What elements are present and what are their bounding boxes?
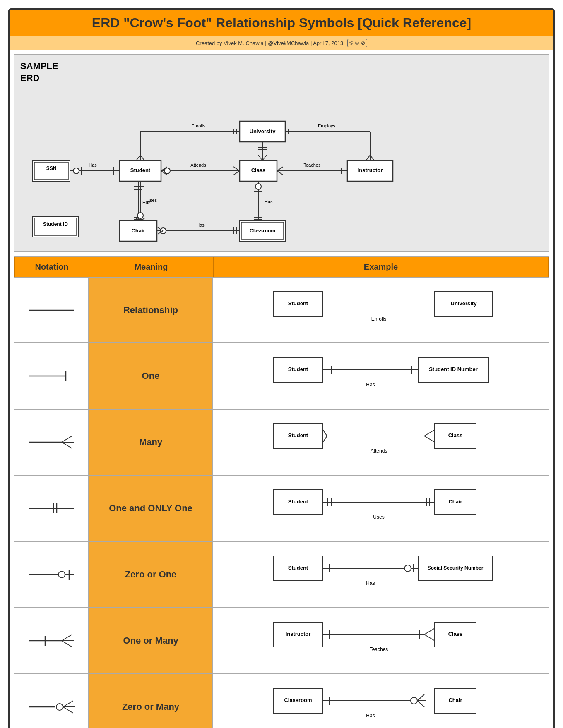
svg-text:Classroom: Classroom: [284, 697, 312, 703]
notation-symbol-one-only: [14, 476, 89, 541]
credit-text: Created by Vivek M. Chawla | @VivekMChaw…: [196, 40, 343, 46]
header-example: Example: [213, 257, 549, 277]
symbol-svg-one-only: [24, 496, 78, 521]
symbol-svg-many: [24, 430, 78, 455]
sample-erd-label: SAMPLEERD: [20, 60, 543, 84]
svg-text:Attends: Attends: [190, 163, 206, 168]
sample-erd-section: SAMPLEERD SSN Student ID Student Chair: [14, 54, 549, 252]
svg-point-155: [56, 704, 63, 710]
svg-point-165: [411, 697, 417, 704]
row-many: Many Student Class Attends: [14, 410, 549, 476]
example-svg-one-or-many: Instructor Class Teaches: [261, 614, 501, 668]
svg-text:Instructor: Instructor: [286, 631, 311, 637]
svg-point-60: [255, 184, 261, 189]
svg-text:Has: Has: [366, 580, 375, 586]
svg-text:Student ID Number: Student ID Number: [429, 366, 478, 372]
svg-line-109: [424, 430, 435, 436]
meaning-many: Many: [89, 410, 213, 475]
credit-bar: Created by Vivek M. Chawla | @VivekMChaw…: [10, 36, 553, 50]
notation-table: Notation Meaning Example Relationship St…: [14, 256, 549, 728]
svg-line-141: [62, 635, 72, 641]
example-zero-or-many: Classroom Chair Has: [213, 674, 549, 728]
cc-icons: © ① ⊘: [347, 39, 367, 47]
svg-text:Classroom: Classroom: [250, 228, 275, 234]
example-svg-zero-or-one: Student Social Security Number Has: [261, 548, 501, 601]
svg-line-51: [370, 155, 374, 160]
svg-text:Has: Has: [196, 223, 205, 228]
svg-text:Chair: Chair: [448, 697, 462, 703]
svg-text:Student ID: Student ID: [43, 221, 68, 227]
svg-text:University: University: [250, 128, 276, 134]
svg-text:SSN: SSN: [46, 165, 57, 171]
erd-svg: SSN Student ID Student Chair University …: [20, 88, 543, 245]
symbol-svg-one-or-many: [24, 628, 78, 653]
svg-point-136: [404, 565, 411, 572]
example-svg-zero-or-many: Classroom Chair Has: [261, 680, 501, 728]
symbol-svg-relationship: [24, 298, 78, 323]
svg-line-82: [262, 155, 267, 160]
example-one-or-many: Instructor Class Teaches: [213, 608, 549, 673]
svg-point-68: [137, 213, 143, 218]
svg-text:Student: Student: [288, 498, 308, 505]
svg-text:Chair: Chair: [131, 228, 145, 234]
notation-symbol-one: [14, 343, 89, 409]
meaning-one-only: One and ONLY One: [89, 476, 213, 541]
svg-text:Enrolls: Enrolls: [191, 123, 205, 128]
svg-line-33: [233, 167, 240, 171]
svg-text:Instructor: Instructor: [358, 167, 383, 173]
example-one-only: Student Chair Uses: [213, 476, 549, 541]
svg-text:Has: Has: [265, 199, 273, 204]
example-svg-one: Student Student ID Number Has: [261, 349, 501, 403]
row-relationship: Relationship Student University Enrolls: [14, 277, 549, 343]
svg-line-44: [140, 155, 144, 160]
svg-line-157: [63, 707, 73, 713]
erd-canvas: SSN Student ID Student Chair University …: [20, 88, 543, 245]
notation-symbol-one-or-many: [14, 608, 89, 673]
svg-text:University: University: [451, 300, 477, 307]
example-svg-many: Student Class Attends: [261, 415, 501, 469]
notation-symbol-zero-or-one: [14, 542, 89, 607]
svg-text:Student: Student: [288, 366, 308, 372]
example-svg-relationship: Student University Enrolls: [261, 283, 501, 337]
row-zero-or-many: Zero or Many Classroom Chair Has: [14, 674, 549, 728]
svg-line-43: [136, 155, 140, 160]
example-svg-one-only: Student Chair Uses: [261, 481, 501, 535]
svg-text:Social Security Number: Social Security Number: [428, 565, 484, 571]
svg-text:Has: Has: [366, 382, 375, 388]
svg-text:Class: Class: [448, 631, 463, 637]
svg-line-166: [417, 694, 424, 701]
svg-line-111: [323, 430, 327, 436]
svg-text:Student: Student: [288, 565, 308, 571]
svg-line-156: [63, 701, 73, 707]
example-many: Student Class Attends: [213, 410, 549, 475]
notation-symbol-relationship: [14, 278, 89, 342]
symbol-svg-zero-or-many: [24, 694, 78, 719]
svg-text:Chair: Chair: [448, 498, 462, 505]
meaning-zero-or-many: Zero or Many: [89, 674, 213, 728]
meaning-one: One: [89, 343, 213, 409]
svg-line-102: [62, 442, 72, 448]
notation-symbol-many: [14, 410, 89, 475]
symbol-svg-zero-or-one: [24, 562, 78, 587]
svg-text:Employs: Employs: [318, 123, 336, 128]
main-title: ERD "Crow's Foot" Relationship Symbols […: [18, 15, 545, 31]
meaning-zero-or-one: Zero or One: [89, 542, 213, 607]
svg-line-50: [366, 155, 370, 160]
row-one: One Student Student ID Number Has: [14, 343, 549, 410]
svg-text:Teaches: Teaches: [304, 163, 321, 168]
svg-text:Uses: Uses: [373, 514, 384, 520]
svg-line-142: [62, 641, 72, 647]
header-meaning: Meaning: [89, 257, 213, 277]
svg-line-112: [323, 436, 327, 442]
svg-text:Has: Has: [89, 163, 97, 168]
svg-point-128: [58, 571, 65, 578]
svg-text:Attends: Attends: [371, 448, 387, 454]
row-one-only: One and ONLY One Student Chair Uses: [14, 476, 549, 542]
header-notation: Notation: [14, 257, 89, 277]
svg-text:Class: Class: [448, 432, 463, 438]
notation-symbol-zero-or-many: [14, 674, 89, 728]
svg-line-101: [62, 436, 72, 442]
svg-line-81: [258, 155, 262, 160]
svg-text:Student: Student: [288, 432, 308, 438]
svg-line-151: [424, 635, 435, 641]
